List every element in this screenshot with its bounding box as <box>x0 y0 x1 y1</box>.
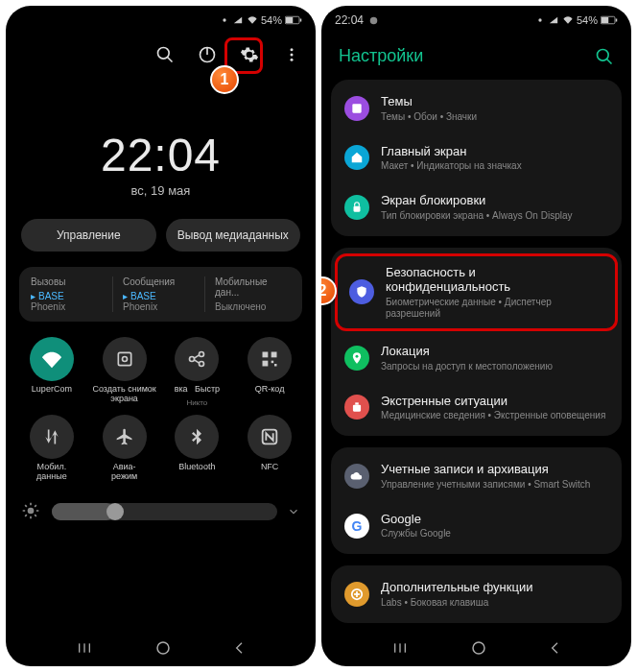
svg-rect-33 <box>79 643 80 652</box>
svg-line-17 <box>195 360 200 363</box>
clock-date: вс, 19 мая <box>6 183 316 198</box>
quick-panel-toolbar <box>6 29 316 71</box>
more-icon[interactable] <box>281 44 302 65</box>
svg-rect-18 <box>263 352 269 358</box>
status-bar: 54% <box>6 6 316 29</box>
qs-screenshot[interactable]: Создать снимокэкрана <box>90 337 159 407</box>
svg-rect-45 <box>354 206 361 212</box>
battery-icon <box>285 15 302 25</box>
svg-line-5 <box>168 58 173 62</box>
nav-back[interactable] <box>548 640 563 656</box>
battery-text: 54% <box>577 14 598 26</box>
svg-point-15 <box>200 362 204 367</box>
search-icon[interactable] <box>154 44 176 65</box>
svg-point-12 <box>122 357 127 362</box>
qs-mobile-data[interactable]: Мобил.данные <box>17 415 86 482</box>
qs-nfc[interactable]: NFC <box>235 415 304 482</box>
clock-block: 22:04 вс, 19 мая <box>6 129 316 198</box>
svg-rect-2 <box>286 17 294 23</box>
status-bar: 22:04 54% <box>321 6 631 29</box>
svg-point-4 <box>158 48 170 60</box>
nav-recents[interactable] <box>390 640 410 656</box>
qs-qrcode[interactable]: QR-код <box>235 337 304 407</box>
page-title: Настройки <box>339 46 423 66</box>
sim-sms[interactable]: Сообщения ▸BASE Phoenix <box>117 276 205 312</box>
status-time: 22:04 <box>335 13 364 27</box>
settings-row-home[interactable]: Главный экранМакет • Индикаторы на значк… <box>331 133 622 183</box>
sim-data[interactable]: Мобильные дан... Выключено <box>209 276 296 312</box>
svg-rect-34 <box>83 643 84 652</box>
qs-bluetooth[interactable]: Bluetooth <box>163 415 232 482</box>
pin-icon <box>344 346 369 371</box>
device-control-pill[interactable]: Управление <box>21 219 156 252</box>
chevron-down-icon[interactable] <box>287 505 300 518</box>
svg-rect-41 <box>616 19 618 22</box>
power-icon[interactable] <box>197 44 218 65</box>
svg-line-16 <box>195 355 200 358</box>
settings-row-emergency[interactable]: Экстренные ситуацииМедицинские сведения … <box>331 383 622 433</box>
svg-rect-40 <box>602 17 609 23</box>
qs-quickshare[interactable]: вка Быстр Никто <box>163 337 232 407</box>
svg-point-38 <box>538 18 541 21</box>
step-badge-1: 1 <box>210 65 239 94</box>
svg-rect-22 <box>274 364 277 367</box>
svg-point-8 <box>291 48 294 51</box>
settings-header: Настройки <box>321 29 631 80</box>
svg-point-14 <box>200 352 204 357</box>
themes-icon <box>344 96 369 121</box>
sos-icon <box>344 395 369 420</box>
settings-row-location[interactable]: ЛокацияЗапросы на доступ к местоположени… <box>331 333 622 383</box>
phone-quick-panel: 54% 1 22:04 вс, 19 мая Управление Вывод … <box>6 6 316 666</box>
nav-bar <box>321 628 631 666</box>
shield-icon <box>349 279 374 304</box>
svg-point-36 <box>157 642 169 654</box>
svg-rect-44 <box>352 104 361 112</box>
plus-icon <box>344 582 369 607</box>
svg-point-9 <box>291 54 294 57</box>
brightness-slider[interactable] <box>21 501 300 522</box>
svg-point-42 <box>598 49 609 60</box>
svg-point-46 <box>356 355 359 358</box>
svg-line-29 <box>25 505 27 507</box>
svg-rect-3 <box>300 19 302 22</box>
settings-list: ТемыТемы • Обои • Значки Главный экранМа… <box>321 80 631 628</box>
svg-rect-47 <box>353 405 361 412</box>
svg-point-55 <box>473 642 484 654</box>
media-output-pill[interactable]: Вывод медиаданных <box>166 219 301 252</box>
settings-row-security[interactable]: Безопасность и конфиденциальностьБиометр… <box>335 253 618 331</box>
svg-point-37 <box>370 16 378 24</box>
svg-rect-19 <box>271 352 277 358</box>
nav-home[interactable] <box>154 639 172 657</box>
nav-home[interactable] <box>470 639 487 657</box>
nav-back[interactable] <box>232 640 248 656</box>
svg-line-30 <box>35 515 36 516</box>
nav-bar <box>6 628 316 666</box>
svg-rect-53 <box>399 643 400 652</box>
settings-row-advanced[interactable]: Дополнительные функцииLabs • Боковая кла… <box>331 569 622 619</box>
svg-rect-54 <box>404 643 405 652</box>
svg-rect-48 <box>355 403 359 405</box>
nav-recents[interactable] <box>75 640 94 656</box>
svg-point-10 <box>291 59 294 61</box>
svg-line-43 <box>607 59 612 63</box>
svg-rect-35 <box>88 643 89 652</box>
settings-row-lockscreen[interactable]: Экран блокировкиТип блокировки экрана • … <box>331 182 622 232</box>
svg-line-32 <box>35 505 36 507</box>
sim-card-panel[interactable]: Вызовы ▸BASE Phoenix Сообщения ▸BASE Pho… <box>19 267 302 322</box>
lock-icon <box>344 195 369 220</box>
svg-rect-20 <box>263 361 269 367</box>
qs-airplane[interactable]: Авиа-режим <box>90 415 159 482</box>
svg-point-24 <box>28 507 35 514</box>
qs-wifi[interactable]: LuperCom <box>17 337 86 407</box>
quick-settings-grid: LuperCom Создать снимокэкрана вка Быстр … <box>6 327 316 492</box>
status-icons <box>220 15 258 25</box>
brightness-icon <box>21 501 42 522</box>
svg-rect-21 <box>271 361 274 364</box>
home-icon <box>344 145 369 170</box>
sim-calls[interactable]: Вызовы ▸BASE Phoenix <box>25 276 113 312</box>
settings-row-accounts[interactable]: Учетные записи и архивацияУправление уче… <box>331 451 622 501</box>
search-icon[interactable] <box>595 47 614 66</box>
settings-row-google[interactable]: G GoogleСлужбы Google <box>331 501 622 551</box>
settings-row-themes[interactable]: ТемыТемы • Обои • Значки <box>331 84 622 133</box>
clock-time: 22:04 <box>6 129 316 181</box>
